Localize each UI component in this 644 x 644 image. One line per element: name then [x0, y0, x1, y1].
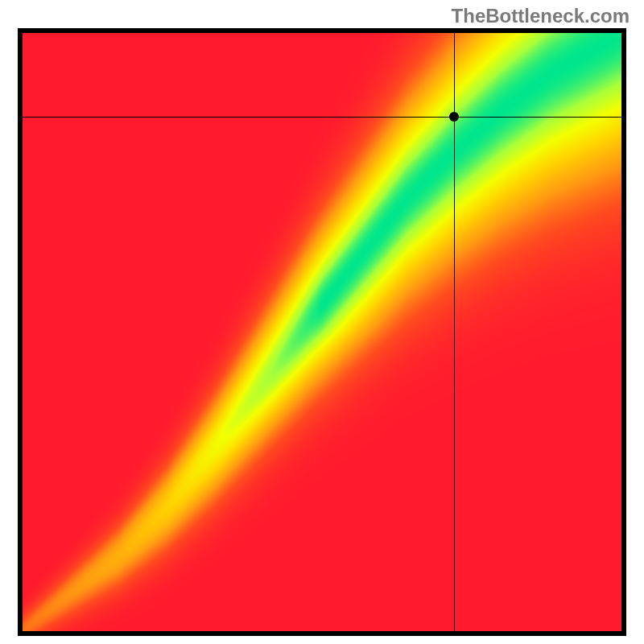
crosshair-horizontal — [23, 117, 621, 118]
watermark-text: TheBottleneck.com — [452, 5, 630, 27]
crosshair-vertical — [454, 33, 455, 631]
heatmap-canvas — [23, 33, 621, 631]
marker-dot — [449, 112, 459, 122]
chart-frame — [18, 28, 626, 636]
